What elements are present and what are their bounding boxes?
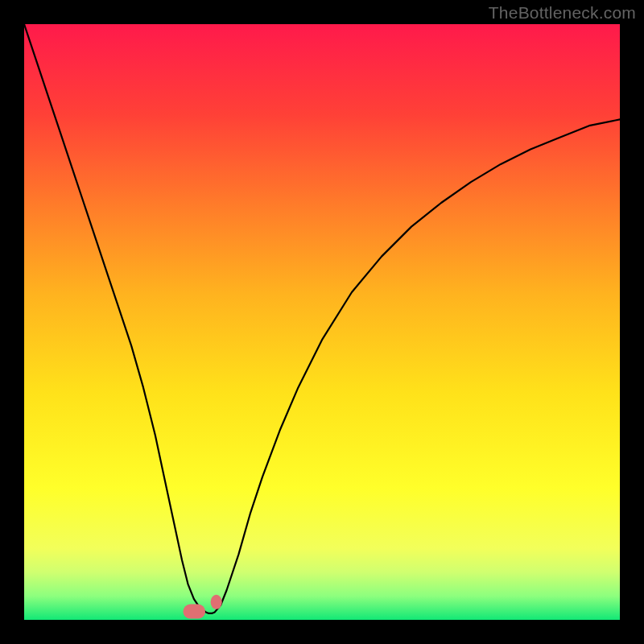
watermark-text: TheBottleneck.com	[489, 3, 636, 23]
bottleneck-curve	[24, 24, 620, 620]
plot-area	[24, 24, 620, 620]
curve-marker	[211, 595, 222, 609]
curve-marker	[184, 605, 206, 619]
chart-frame: TheBottleneck.com	[0, 0, 644, 644]
